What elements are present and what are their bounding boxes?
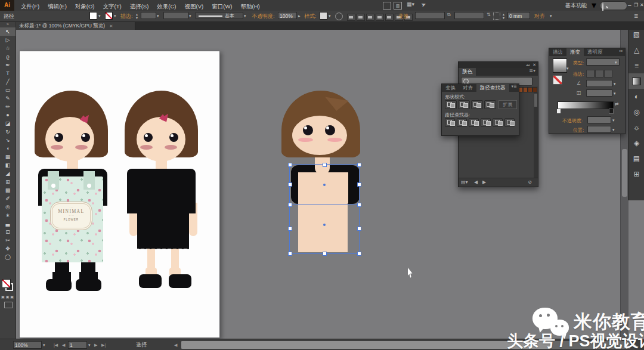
reference-point-icon[interactable]	[493, 13, 500, 20]
swatch-library-menu-icon[interactable]: ▤▾	[461, 178, 468, 186]
direct-selection-tool[interactable]: ▷	[0, 36, 16, 44]
pen-tool[interactable]: ✒	[0, 61, 16, 69]
girl-a-strap-button-right[interactable]	[87, 184, 91, 188]
search-input[interactable]	[600, 1, 627, 10]
blend-tool[interactable]: ◎	[0, 203, 16, 211]
transform-y-field[interactable]	[454, 12, 484, 19]
panel-menu-icon[interactable]: ▾≣	[512, 84, 517, 89]
divide-icon[interactable]	[445, 118, 455, 127]
zoom-tool[interactable]: ◯	[0, 253, 16, 261]
expand-button[interactable]: 扩展	[499, 100, 517, 109]
paintbrush-tool[interactable]: ✎	[0, 94, 16, 103]
selection-handle-4[interactable]	[357, 182, 361, 187]
stroke-gradient-btn-2[interactable]	[595, 70, 603, 78]
hscroll-left-icon[interactable]: ◀	[174, 339, 177, 350]
selection-handle-9[interactable]	[288, 252, 292, 256]
mesh-tool[interactable]: ⊞	[0, 178, 16, 186]
graphic-styles-panel-icon[interactable]: ☼	[628, 120, 644, 135]
next-library-icon[interactable]: ▶	[482, 178, 486, 186]
rectangle-tool[interactable]: ▭	[0, 86, 16, 94]
girl-a-strap-button-left[interactable]	[51, 184, 55, 188]
girl-b-right-shoe[interactable]	[169, 274, 191, 288]
document-tab[interactable]: 未标题-1* @ 100% (CMYK/GPU 预览) ✕	[16, 21, 135, 30]
prev-library-icon[interactable]: ◀	[474, 178, 478, 186]
selection-tool[interactable]: ↖	[0, 27, 16, 36]
selection-handle-2[interactable]	[357, 163, 361, 167]
selection-handle-3[interactable]	[288, 182, 292, 187]
slice-tool[interactable]: ✂	[0, 236, 16, 244]
panel-menu-icon[interactable]: ≣	[634, 11, 639, 21]
stroke-color-swatch[interactable]	[105, 12, 113, 20]
stroke-panel-icon[interactable]: ≡	[628, 58, 644, 73]
transform-label[interactable]: 变换	[398, 11, 409, 21]
minus-back-icon[interactable]	[504, 118, 515, 127]
next-artboard-icon[interactable]: ▶	[94, 339, 97, 350]
fill-dropdown-arrow[interactable]: ▾	[98, 12, 101, 20]
stop-location-field[interactable]	[587, 126, 611, 133]
blob-brush-tool[interactable]: ●	[0, 111, 16, 119]
color-guide-panel-icon[interactable]: △	[628, 42, 644, 58]
screen-layout-icon[interactable]: ▥	[394, 2, 402, 10]
panel-close-icon[interactable]: ✕	[532, 63, 536, 67]
girl-a-left-blush[interactable]	[51, 145, 63, 150]
stop-opacity-field[interactable]	[587, 116, 611, 123]
gradient-angle-field[interactable]	[586, 80, 612, 87]
artboard-tool[interactable]: ⊡	[0, 228, 16, 236]
eyedropper-tool[interactable]: ✐	[0, 194, 16, 203]
fill-color-swatch[interactable]	[89, 12, 97, 20]
style-swatch[interactable]	[320, 12, 327, 20]
panel-menu-icon[interactable]: ≣▾	[529, 68, 535, 73]
transform-value-field[interactable]: 0 mm	[507, 12, 530, 19]
girl-b-left-blush[interactable]	[140, 145, 153, 150]
opacity-expand[interactable]: ▸	[298, 12, 301, 20]
girl-a-left-boot[interactable]	[46, 279, 72, 291]
tab-close-icon[interactable]: ✕	[110, 24, 113, 28]
type-tool[interactable]: T	[0, 69, 16, 78]
tab-transparency[interactable]: 透明度	[584, 48, 606, 56]
scale-tool[interactable]: ↘	[0, 136, 16, 144]
selection-handle-6[interactable]	[357, 203, 361, 207]
cs-live-icon[interactable]: ▦▾	[407, 1, 414, 7]
reverse-gradient-icon[interactable]: ⇄	[615, 100, 619, 108]
magic-wand-tool[interactable]: ☆	[0, 44, 16, 52]
toolbar-collapse-icon[interactable]: »	[0, 21, 16, 27]
transparency-panel-icon[interactable]: ◐	[628, 89, 644, 104]
collapse-icon[interactable]: ▸▸	[620, 48, 623, 52]
girl-b-dress-top[interactable]	[127, 169, 196, 213]
gradient-slider-bar[interactable]	[558, 101, 614, 109]
align-button-0[interactable]	[347, 14, 355, 21]
stroke-weight-dropdown[interactable]: ▾	[157, 12, 159, 20]
skin-swatch-14[interactable]	[528, 87, 532, 92]
first-artboard-icon[interactable]: |◀	[54, 339, 58, 350]
shape-builder-tool[interactable]: ◧	[0, 161, 16, 169]
none-swatch-icon[interactable]: ⊘	[528, 178, 532, 186]
girl-a-right-blush[interactable]	[75, 145, 88, 150]
skin-swatch-15[interactable]	[532, 87, 537, 92]
minimize-button[interactable]: –	[628, 0, 631, 11]
brush-dropdown[interactable]: ▾	[244, 12, 246, 20]
selection-handle-10[interactable]	[323, 252, 327, 256]
no-gradient-icon[interactable]	[553, 75, 562, 85]
tab-gradient[interactable]: 渐变	[566, 48, 584, 56]
symbols-panel-icon[interactable]: ◈	[628, 135, 644, 151]
selection-center-point-0[interactable]	[323, 184, 326, 186]
style-label[interactable]: 样式:	[304, 11, 317, 21]
girl-b-right-blush[interactable]	[165, 145, 177, 150]
gradient-panel-icon[interactable]	[628, 73, 644, 89]
girl-a-right-eye[interactable]	[81, 133, 90, 142]
artboard-dropdown-arrow[interactable]: ▾	[88, 341, 91, 349]
girl-c-right-eye[interactable]	[325, 125, 335, 135]
zoom-level-field[interactable]: 100%	[13, 341, 42, 349]
girl-c-left-blush[interactable]	[298, 138, 313, 142]
girl-b-dress-skirt[interactable]	[137, 209, 189, 249]
exclude-icon[interactable]	[484, 100, 496, 109]
stroke-weight-stepper[interactable]: ▴▾	[136, 13, 138, 20]
selection-handle-5[interactable]	[288, 203, 292, 207]
eraser-tool[interactable]: ◪	[0, 119, 16, 128]
align-flyout-arrow[interactable]: ▾	[550, 12, 552, 20]
tab-align[interactable]: 对齐	[459, 84, 476, 92]
outline-icon[interactable]	[493, 118, 503, 127]
girl-c-left-eye[interactable]	[303, 125, 313, 135]
symbol-sprayer-tool[interactable]: ∗	[0, 211, 16, 219]
appearance-panel-icon[interactable]: ◎	[628, 104, 644, 120]
